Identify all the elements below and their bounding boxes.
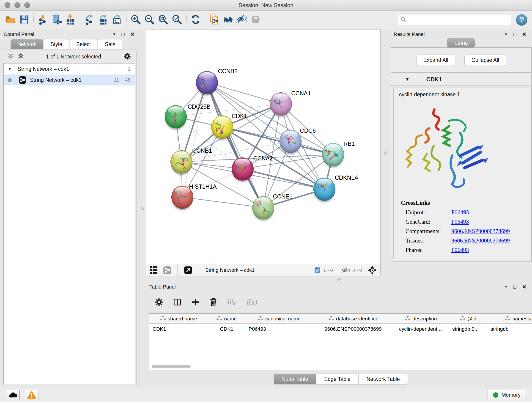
network-node-CCNA2[interactable] xyxy=(232,157,254,181)
maximize-window-button[interactable] xyxy=(24,2,30,8)
left-splitter[interactable] xyxy=(138,30,146,388)
expand-all-icon[interactable] xyxy=(18,53,24,60)
tab-select[interactable]: Select xyxy=(70,39,98,49)
close-panel-icon[interactable]: ✕ xyxy=(130,31,135,38)
collapse-caret-icon[interactable]: ▼ xyxy=(405,77,409,82)
control-panel-header: Control Panel ▼ □ ✕ xyxy=(0,30,138,39)
network-node-CCNA1[interactable] xyxy=(270,92,292,115)
gear-icon[interactable] xyxy=(155,298,163,306)
column-header-name[interactable]: name xyxy=(208,314,245,323)
hidden-eye-slash-icon[interactable] xyxy=(341,267,350,274)
horizontal-scrollbar[interactable] xyxy=(152,365,191,368)
tab-node-table[interactable]: Node Table xyxy=(273,374,316,385)
network-node-CCNB1[interactable] xyxy=(171,150,192,173)
node-label-CDC25B: CDC25B xyxy=(188,103,210,110)
collapse-panel-icon[interactable]: ▼ xyxy=(504,32,508,36)
folder-open-icon xyxy=(5,14,16,26)
search-input[interactable] xyxy=(409,17,508,23)
expand-all-button[interactable]: Expand All xyxy=(416,55,456,66)
collapse-all-button[interactable]: Collapse All xyxy=(464,55,506,66)
zoom-fit-icon xyxy=(158,14,168,26)
warnings-button[interactable] xyxy=(25,390,38,400)
columns-icon[interactable] xyxy=(173,298,181,306)
tab-style[interactable]: Style xyxy=(44,39,69,49)
network-share-icon[interactable] xyxy=(163,266,171,274)
horizontal-splitter[interactable] xyxy=(146,276,532,282)
export-network-button[interactable] xyxy=(82,12,96,28)
network-node-CCNB2[interactable] xyxy=(196,71,218,94)
network-options-gear-icon[interactable] xyxy=(123,52,131,61)
network-node-CDK1[interactable] xyxy=(211,115,233,139)
float-panel-icon[interactable]: □ xyxy=(513,32,516,37)
protein-header-row[interactable]: ▼ CDK1 xyxy=(391,73,531,86)
memory-label: Memory xyxy=(501,392,520,398)
zoom-selected-button[interactable] xyxy=(170,12,184,28)
close-panel-icon[interactable]: ✕ xyxy=(522,284,526,290)
warning-icon xyxy=(27,390,36,400)
column-header-namespace[interactable]: namespace xyxy=(487,314,532,323)
collapse-all-icon[interactable] xyxy=(7,53,13,60)
network-collection-row[interactable]: ▼ String Network – cdk1 1 xyxy=(4,64,135,75)
birds-eye-view-icon[interactable] xyxy=(184,266,192,274)
splitter-handle[interactable] xyxy=(337,278,341,281)
float-panel-icon[interactable]: □ xyxy=(122,32,125,37)
import-network-button[interactable] xyxy=(36,12,50,28)
collection-caret-icon[interactable]: ▼ xyxy=(8,67,12,71)
trash-icon[interactable] xyxy=(209,298,217,306)
export-image-button[interactable] xyxy=(110,12,124,28)
collapse-panel-icon[interactable]: ▼ xyxy=(113,32,116,36)
close-window-button[interactable] xyxy=(5,2,10,8)
clone-network-button[interactable] xyxy=(208,12,221,28)
show-all-button[interactable] xyxy=(249,12,263,28)
splitter-handle[interactable] xyxy=(141,207,144,211)
column-header-database-identifier[interactable]: database identifier xyxy=(313,314,393,323)
network-node-RB1[interactable] xyxy=(322,143,344,166)
minimize-window-button[interactable] xyxy=(14,2,20,8)
crosslink-uniprot-link[interactable]: P06493 xyxy=(451,209,469,216)
help-button[interactable]: ? xyxy=(516,14,527,26)
column-header-description[interactable]: description xyxy=(393,314,449,323)
network-row[interactable]: String Network – cdk1 11 48 xyxy=(4,75,135,85)
tab-sets[interactable]: Sets xyxy=(98,39,122,49)
import-network-database-button[interactable] xyxy=(50,12,64,28)
tab-edge-table[interactable]: Edge Table xyxy=(316,374,359,385)
save-session-button[interactable] xyxy=(17,12,31,28)
splitter-handle[interactable] xyxy=(384,152,387,155)
export-table-button[interactable] xyxy=(96,12,110,28)
network-node-CDC6[interactable] xyxy=(279,130,302,153)
hide-selected-button[interactable] xyxy=(235,12,249,28)
crosslink-pharos-link[interactable]: P06493 xyxy=(451,247,469,253)
fit-selected-crosshair-icon[interactable] xyxy=(368,266,377,274)
network-node-CCNE1[interactable] xyxy=(252,196,274,219)
column-header-shared-name[interactable]: shared name xyxy=(149,314,208,323)
grid-view-icon[interactable] xyxy=(150,266,158,274)
network-node-CDC25B[interactable] xyxy=(165,105,187,128)
zoom-fit-button[interactable] xyxy=(156,12,170,28)
selected-checkbox-icon[interactable] xyxy=(314,267,321,273)
collapse-panel-icon[interactable]: ▼ xyxy=(504,285,508,289)
network-node-CDKN1A[interactable] xyxy=(313,178,336,201)
open-session-button[interactable] xyxy=(4,12,17,28)
hidden-node-edge-count: 0 - 0 xyxy=(352,268,362,273)
column-header--id[interactable]: @id xyxy=(449,314,487,323)
crosslink-compartments-link[interactable]: 9606.ENSP00000378699 xyxy=(451,228,510,235)
update-button[interactable] xyxy=(189,12,203,28)
neighbors-button[interactable] xyxy=(221,12,235,28)
zoom-out-button[interactable] xyxy=(143,12,156,28)
close-panel-icon[interactable]: ✕ xyxy=(522,31,526,38)
tab-network-table[interactable]: Network Table xyxy=(359,374,408,385)
crosslink-tissues-link[interactable]: 9606.ENSP00000378699 xyxy=(451,237,510,244)
import-table-button[interactable] xyxy=(64,12,77,28)
tab-string[interactable]: String xyxy=(447,38,475,47)
zoom-in-button[interactable] xyxy=(129,12,143,28)
float-panel-icon[interactable]: □ xyxy=(513,284,516,290)
memory-button[interactable]: Memory xyxy=(488,390,526,400)
right-splitter[interactable] xyxy=(380,30,390,276)
table-row[interactable]: CDK1CDK1P064939606.ENSP00000378699cyclin… xyxy=(149,324,532,335)
cloud-button[interactable] xyxy=(6,390,20,400)
tab-network[interactable]: Network xyxy=(11,39,43,49)
column-header-canonical-name[interactable]: canonical name xyxy=(245,314,313,323)
network-canvas[interactable]: CCNB2CCNA1CDC25BCDK1CDC6RB1CCNB1CCNA2CDK… xyxy=(146,30,380,264)
plus-icon[interactable] xyxy=(191,298,199,306)
crosslink-genecard-link[interactable]: P06493 xyxy=(451,219,469,225)
